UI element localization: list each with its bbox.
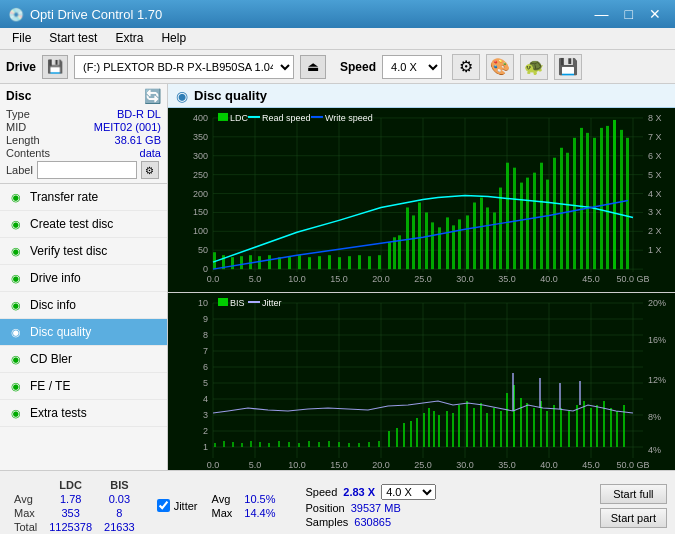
jitter-check-area: Jitter — [157, 499, 198, 512]
disc-refresh-icon[interactable]: 🔄 — [144, 88, 161, 104]
drive-info-label: Drive info — [30, 271, 81, 285]
sidebar-item-fe-te[interactable]: ◉ FE / TE — [0, 373, 167, 400]
disc-length-label: Length — [6, 134, 40, 146]
svg-rect-96 — [580, 128, 583, 269]
minimize-button[interactable]: — — [589, 6, 615, 22]
svg-text:2: 2 — [203, 426, 208, 436]
drive-label: Drive — [6, 60, 36, 74]
svg-rect-95 — [573, 138, 576, 269]
svg-rect-87 — [520, 183, 523, 270]
disc-label-row: Label ⚙ — [6, 161, 161, 179]
svg-rect-173 — [358, 443, 360, 447]
svg-rect-55 — [268, 255, 271, 269]
svg-text:4: 4 — [203, 394, 208, 404]
svg-rect-52 — [240, 256, 243, 269]
svg-text:4 X: 4 X — [648, 189, 662, 199]
cd-bler-label: CD Bler — [30, 352, 72, 366]
sidebar-item-verify-test[interactable]: ◉ Verify test disc — [0, 238, 167, 265]
chart2: 10 9 8 7 6 5 4 3 2 1 20% 16% 12% 8% 4% — [168, 293, 675, 470]
disc-header: Disc 🔄 — [6, 88, 161, 104]
jitter-max-value: 14.4% — [238, 506, 281, 520]
speed-select[interactable]: 4.0 X — [382, 55, 442, 79]
transfer-rate-icon: ◉ — [8, 189, 24, 205]
svg-rect-192 — [493, 408, 495, 447]
sidebar-item-create-test[interactable]: ◉ Create test disc — [0, 211, 167, 238]
svg-rect-171 — [338, 442, 340, 447]
sidebar-item-transfer-rate[interactable]: ◉ Transfer rate — [0, 184, 167, 211]
svg-rect-160 — [232, 442, 234, 447]
right-stats: Speed 2.83 X 4.0 X Position 39537 MB Sam… — [306, 484, 437, 528]
title-bar-controls: — □ ✕ — [589, 6, 667, 22]
sidebar-item-cd-bler[interactable]: ◉ CD Bler — [0, 346, 167, 373]
svg-text:0.0: 0.0 — [207, 274, 220, 284]
position-row: Position 39537 MB — [306, 502, 437, 514]
sidebar-item-disc-quality[interactable]: ◉ Disc quality — [0, 319, 167, 346]
close-button[interactable]: ✕ — [643, 6, 667, 22]
samples-value: 630865 — [354, 516, 391, 528]
svg-rect-86 — [513, 168, 516, 269]
toolbar-btn-3[interactable]: 🐢 — [520, 54, 548, 80]
eject-button[interactable]: ⏏ — [300, 55, 326, 79]
sidebar-item-drive-info[interactable]: ◉ Drive info — [0, 265, 167, 292]
menu-starttest[interactable]: Start test — [41, 30, 105, 47]
bis-header: BIS — [98, 478, 141, 492]
disc-label-text: Label — [6, 164, 33, 176]
jitter-avg-label: Avg — [206, 492, 239, 506]
svg-rect-99 — [600, 128, 603, 269]
sidebar-item-disc-info[interactable]: ◉ Disc info — [0, 292, 167, 319]
disc-label-button[interactable]: ⚙ — [141, 161, 159, 179]
svg-text:Read speed: Read speed — [262, 113, 311, 123]
svg-rect-79 — [466, 215, 469, 269]
disc-info-label: Disc info — [30, 298, 76, 312]
jitter-checkbox[interactable] — [157, 499, 170, 512]
svg-text:Jitter: Jitter — [262, 298, 282, 308]
svg-text:150: 150 — [193, 207, 208, 217]
toolbar-btn-2[interactable]: 🎨 — [486, 54, 514, 80]
fe-te-label: FE / TE — [30, 379, 70, 393]
sidebar: Disc 🔄 Type BD-R DL MID MEIT02 (001) Len… — [0, 84, 168, 470]
disc-length-value: 38.61 GB — [115, 134, 161, 146]
menu-extra[interactable]: Extra — [107, 30, 151, 47]
total-bis: 21633 — [98, 520, 141, 534]
avg-bis: 0.03 — [98, 492, 141, 506]
drive-select[interactable]: (F:) PLEXTOR BD-R PX-LB950SA 1.04 — [74, 55, 294, 79]
svg-rect-91 — [546, 180, 549, 270]
svg-rect-169 — [318, 442, 320, 447]
svg-text:35.0: 35.0 — [498, 274, 516, 284]
svg-rect-66 — [378, 255, 381, 269]
svg-text:300: 300 — [193, 151, 208, 161]
svg-rect-62 — [338, 257, 341, 269]
menu-bar: File Start test Extra Help — [0, 28, 675, 50]
svg-text:2 X: 2 X — [648, 226, 662, 236]
toolbar-btn-1[interactable]: ⚙ — [452, 54, 480, 80]
menu-help[interactable]: Help — [153, 30, 194, 47]
svg-rect-167 — [298, 443, 300, 447]
sidebar-item-extra-tests[interactable]: ◉ Extra tests — [0, 400, 167, 427]
svg-text:400: 400 — [193, 113, 208, 123]
svg-rect-202 — [560, 408, 562, 447]
maximize-button[interactable]: □ — [619, 6, 639, 22]
svg-rect-76 — [446, 217, 449, 269]
svg-rect-207 — [596, 405, 598, 447]
svg-rect-58 — [298, 255, 301, 269]
svg-rect-88 — [526, 178, 529, 270]
svg-rect-187 — [458, 405, 460, 447]
speed-stat-select[interactable]: 4.0 X — [381, 484, 436, 500]
menu-file[interactable]: File — [4, 30, 39, 47]
svg-rect-189 — [473, 408, 475, 447]
start-full-button[interactable]: Start full — [600, 484, 667, 504]
svg-rect-165 — [278, 441, 280, 447]
drive-icon-button[interactable]: 💾 — [42, 55, 68, 79]
svg-rect-191 — [486, 413, 488, 447]
svg-rect-82 — [486, 207, 489, 269]
disc-label-input[interactable] — [37, 161, 137, 179]
fe-te-icon: ◉ — [8, 378, 24, 394]
svg-rect-72 — [418, 202, 421, 269]
start-part-button[interactable]: Start part — [600, 508, 667, 528]
svg-rect-51 — [231, 257, 234, 269]
svg-rect-89 — [533, 173, 536, 269]
svg-text:100: 100 — [193, 226, 208, 236]
toolbar-btn-4[interactable]: 💾 — [554, 54, 582, 80]
speed-stat-label: Speed — [306, 486, 338, 498]
svg-rect-168 — [308, 441, 310, 447]
